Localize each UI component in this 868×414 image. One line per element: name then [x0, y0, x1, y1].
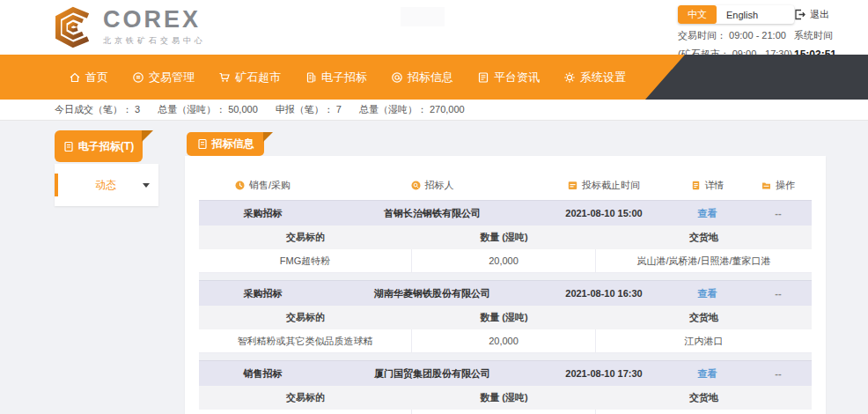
nav-item-trade-management[interactable]: 交易管理	[132, 70, 195, 85]
sidebar: 电子招标(T) 动态	[55, 130, 158, 206]
sub-col-product: 交易标的	[199, 311, 412, 324]
view-link[interactable]: 查看	[698, 288, 717, 299]
action-placeholder: --	[745, 208, 812, 218]
bid-type: 采购招标	[199, 287, 327, 300]
sub-col-product: 交易标的	[199, 231, 412, 244]
nav-item-settings[interactable]: 系统设置	[563, 70, 626, 85]
sub-col-delivery: 交货地	[596, 311, 812, 324]
platform-news-icon	[477, 71, 489, 84]
brand-subtitle: 北京铁矿石交易中心	[103, 35, 206, 47]
nav-item-bid-info[interactable]: 招标信息	[391, 70, 453, 85]
language-toggle: 中文 English	[678, 5, 794, 24]
sub-col-product: 交易标的	[199, 391, 412, 404]
nav-dark-segment	[645, 55, 868, 100]
sale-purchase-icon	[235, 181, 245, 190]
nav-label: 招标信息	[408, 70, 453, 85]
stat-today-deals: 今日成交（笔）：3	[55, 103, 140, 116]
stats-bar: 今日成交（笔）：3 总量（湿吨）：50,000 申报（笔）：7 总量（湿吨）：2…	[0, 100, 868, 121]
group-divider	[199, 353, 812, 360]
bid-main-row: 采购招标 首钢长治钢铁有限公司 2021-08-10 15:00 查看 --	[199, 200, 812, 225]
bid-data-row: 智利精粉或其它类似品质造球精 20,000 江内港口	[199, 329, 812, 353]
chevron-down-icon	[143, 183, 150, 188]
bid-data-row: FMG超特粉 20,000 岚山港/岚桥港/日照港/董家口港	[199, 249, 812, 273]
home-icon	[69, 71, 81, 84]
logout-label: 退出	[810, 8, 829, 21]
quantity: 20,000	[412, 329, 596, 352]
stat-declarations: 申报（笔）：7	[276, 103, 342, 116]
nav-item-platform-news[interactable]: 平台资讯	[477, 70, 540, 85]
nav-label: 矿石超市	[235, 70, 281, 85]
bid-deadline: 2021-08-10 17:30	[538, 368, 670, 379]
lang-en-button[interactable]: English	[717, 5, 768, 24]
bid-info-doc-icon	[197, 138, 208, 150]
content: 电子招标(T) 动态 招标信息	[0, 121, 868, 414]
delivery-location: 天津港	[596, 410, 812, 414]
faint-box	[401, 7, 445, 26]
nav-item-ore-market[interactable]: 矿石超市	[218, 70, 281, 85]
system-time-label: 系统时间	[794, 29, 857, 42]
sub-header-row: 交易标的 数量 (湿吨) 交货地	[199, 225, 812, 249]
sub-col-delivery: 交货地	[596, 231, 812, 244]
bid-data-row: IOC6 20,000 天津港	[199, 410, 812, 414]
table-header-row: 销售/采购 招标人	[199, 174, 812, 196]
sidebar-item-label: 动态	[95, 178, 116, 193]
nav-label: 交易管理	[149, 70, 195, 85]
sub-col-quantity: 数量 (湿吨)	[412, 231, 596, 244]
trade-time: 交易时间： 09:00 - 21:00	[678, 29, 794, 42]
delivery-location: 岚山港/岚桥港/日照港/董家口港	[596, 249, 812, 272]
header-controls: 中文 English 退出 交易时间： 09:00 - 21:00 系统时间 (…	[678, 5, 857, 61]
bid-group: 采购招标 湖南华菱钢铁股份有限公司 2021-08-10 16:30 查看 --…	[199, 280, 812, 353]
sidebar-panel: 动态	[55, 164, 158, 206]
e-bidding-icon	[305, 71, 317, 84]
action-folder-icon	[761, 181, 771, 190]
main-panel: 销售/采购 招标人	[185, 156, 826, 414]
nav-item-home[interactable]: 首页	[69, 70, 108, 85]
deadline-calendar-icon	[568, 181, 577, 190]
col-deadline: 投标截止时间	[538, 179, 670, 192]
main-section: 招标信息 销售/采购	[185, 132, 826, 414]
product-name: 智利精粉或其它类似品质造球精	[199, 329, 412, 352]
sidebar-item-dynamics[interactable]: 动态	[55, 167, 158, 203]
view-link[interactable]: 查看	[698, 208, 717, 218]
nav-label: 平台资讯	[494, 70, 540, 85]
product-name: IOC6	[199, 410, 412, 414]
bid-main-row: 销售招标 厦门国贸集团股份有限公司 2021-08-10 17:30 查看 --	[199, 360, 812, 386]
bid-main-row: 采购招标 湖南华菱钢铁股份有限公司 2021-08-10 16:30 查看 --	[199, 280, 812, 306]
bidder-icon	[411, 181, 421, 190]
bid-table: 销售/采购 招标人	[199, 174, 812, 414]
quantity: 20,000	[412, 249, 596, 272]
stat-total-volume: 总量（湿吨）：50,000	[158, 103, 258, 116]
header: COREX 北京铁矿石交易中心 中文 English 退出 交易时间： 09:0…	[0, 0, 868, 55]
sidebar-tab-label: 电子招标(T)	[78, 139, 134, 154]
sidebar-tab-e-bidding[interactable]: 电子招标(T)	[55, 130, 143, 162]
bid-company: 厦门国贸集团股份有限公司	[327, 367, 538, 381]
panel-title: 招标信息	[212, 137, 254, 152]
nav-items: 首页 交易管理 矿石超市 电子招标	[69, 55, 626, 100]
logo-text: COREX 北京铁矿石交易中心	[103, 8, 206, 47]
bid-deadline: 2021-08-10 16:30	[538, 288, 670, 299]
bid-group: 销售招标 厦门国贸集团股份有限公司 2021-08-10 17:30 查看 --…	[199, 360, 812, 414]
logo: COREX 北京铁矿石交易中心	[51, 6, 206, 48]
logout-button[interactable]: 退出	[794, 8, 857, 21]
group-divider	[199, 273, 812, 280]
ore-market-cart-icon	[218, 71, 231, 84]
quantity: 20,000	[412, 410, 596, 414]
product-name: FMG超特粉	[199, 249, 412, 272]
view-link[interactable]: 查看	[698, 368, 717, 379]
bid-company: 湖南华菱钢铁股份有限公司	[327, 287, 538, 300]
nav-label: 系统设置	[580, 70, 626, 85]
lang-zh-button[interactable]: 中文	[678, 5, 717, 24]
corex-logo-icon	[51, 6, 95, 48]
col-bidder: 招标人	[327, 179, 538, 192]
nav-label: 首页	[85, 70, 108, 85]
nav-label: 电子招标	[321, 70, 367, 85]
logout-icon	[794, 9, 805, 20]
bid-deadline: 2021-08-10 15:00	[538, 208, 670, 218]
action-placeholder: --	[745, 368, 812, 379]
nav-item-e-bidding[interactable]: 电子招标	[305, 70, 367, 85]
bid-type: 销售招标	[199, 367, 327, 381]
sub-col-quantity: 数量 (湿吨)	[412, 311, 596, 324]
brand-name: COREX	[103, 8, 206, 32]
e-bidding-doc-icon	[63, 141, 74, 152]
sub-header-row: 交易标的 数量 (湿吨) 交货地	[199, 386, 812, 410]
